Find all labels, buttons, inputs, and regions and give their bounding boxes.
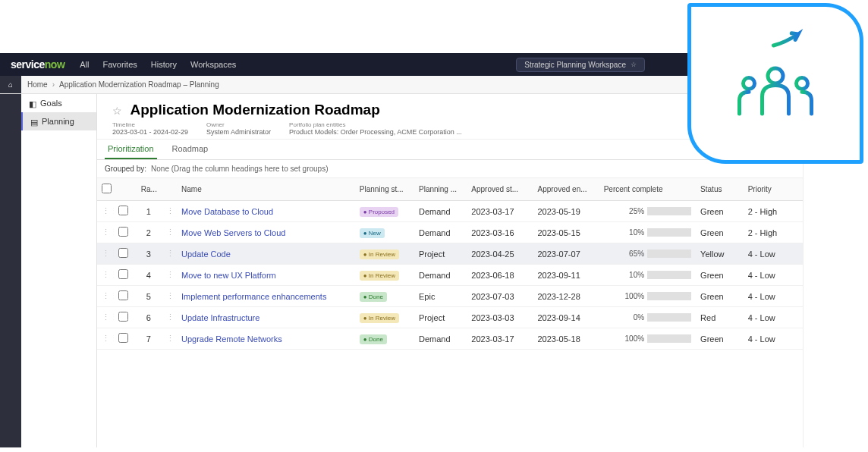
- drag-handle-icon[interactable]: ⋮⋮: [102, 312, 114, 322]
- column-header[interactable]: Priority: [744, 178, 803, 201]
- tab-roadmap[interactable]: Roadmap: [169, 140, 212, 159]
- row-menu-icon[interactable]: ⋮: [166, 334, 175, 343]
- column-header[interactable]: [97, 178, 114, 201]
- table-row[interactable]: ⋮⋮7⋮Upgrade Remote Networks● DoneDemand2…: [97, 328, 803, 350]
- drag-handle-icon[interactable]: ⋮⋮: [102, 334, 114, 343]
- breadcrumb-home[interactable]: Home: [21, 80, 48, 89]
- rank-cell: 6: [131, 307, 162, 328]
- row-checkbox[interactable]: [118, 312, 128, 322]
- row-menu-icon[interactable]: ⋮: [166, 206, 175, 215]
- progress-bar: [647, 228, 691, 237]
- drag-handle-icon[interactable]: ⋮⋮: [102, 291, 114, 300]
- type-cell: Demand: [414, 201, 467, 222]
- sidebar-item-planning[interactable]: ▤ Planning: [21, 112, 96, 130]
- nav-history[interactable]: History: [151, 60, 177, 69]
- favorite-toggle-icon[interactable]: ☆: [112, 105, 127, 117]
- nav-all[interactable]: All: [80, 60, 89, 69]
- end-cell: 2023-05-15: [533, 222, 599, 243]
- priority-cell: 2 - High: [744, 222, 803, 243]
- percent-label: 10%: [629, 271, 644, 279]
- people-chart-icon: [719, 27, 832, 140]
- row-menu-icon[interactable]: ⋮: [166, 291, 175, 300]
- drag-handle-icon[interactable]: ⋮⋮: [102, 228, 114, 237]
- start-cell: 2023-06-18: [467, 265, 533, 286]
- sidebar-item-goals[interactable]: ◧ Goals: [21, 94, 96, 112]
- column-header[interactable]: Planning st...: [355, 178, 414, 201]
- table-row[interactable]: ⋮⋮1⋮Move Database to Cloud● ProposedDema…: [97, 201, 803, 222]
- row-menu-icon[interactable]: ⋮: [166, 228, 175, 237]
- breadcrumb-current: Application Modernization Roadmap – Plan…: [59, 80, 219, 89]
- type-cell: Epic: [414, 286, 467, 307]
- progress-bar: [647, 334, 691, 343]
- type-cell: Demand: [414, 222, 467, 243]
- type-cell: Project: [414, 307, 467, 328]
- item-name-link[interactable]: Move Database to Cloud: [181, 207, 273, 216]
- status-cell: Green: [696, 328, 744, 350]
- rank-cell: 4: [131, 265, 162, 286]
- rank-cell: 7: [131, 328, 162, 350]
- column-header[interactable]: Planning ...: [414, 178, 467, 201]
- status-cell: Red: [696, 307, 744, 328]
- table-row[interactable]: ⋮⋮5⋮Implement performance enhancements● …: [97, 286, 803, 307]
- progress-bar: [647, 292, 691, 300]
- column-header[interactable]: Approved st...: [467, 178, 533, 201]
- column-header[interactable]: Status: [696, 178, 744, 201]
- row-checkbox[interactable]: [118, 333, 128, 343]
- rank-cell: 2: [131, 222, 162, 243]
- item-name-link[interactable]: Move to new UX Platform: [181, 271, 276, 280]
- rank-cell: 3: [131, 243, 162, 265]
- table-row[interactable]: ⋮⋮3⋮Update Code● In ReviewProject2023-04…: [97, 243, 803, 265]
- percent-label: 0%: [634, 313, 644, 322]
- nav-workspaces[interactable]: Workspaces: [190, 60, 236, 69]
- left-rail: [0, 94, 21, 447]
- page-title: Application Modernization Roadmap: [130, 102, 379, 118]
- percent-label: 10%: [629, 228, 644, 237]
- workspace-pill[interactable]: Strategic Planning Workspace ☆: [516, 58, 645, 72]
- nav-favorites[interactable]: Favorites: [103, 60, 137, 69]
- item-name-link[interactable]: Implement performance enhancements: [181, 292, 326, 301]
- progress-bar: [647, 250, 691, 258]
- item-name-link[interactable]: Upgrade Remote Networks: [181, 334, 282, 344]
- column-header[interactable]: [114, 178, 131, 201]
- row-menu-icon[interactable]: ⋮: [166, 249, 175, 258]
- item-name-link[interactable]: Move Web Servers to Cloud: [181, 228, 285, 237]
- row-checkbox[interactable]: [118, 248, 128, 258]
- start-cell: 2023-03-03: [467, 307, 533, 328]
- end-cell: 2023-05-18: [533, 328, 599, 350]
- table-row[interactable]: ⋮⋮4⋮Move to new UX Platform● In ReviewDe…: [97, 265, 803, 286]
- select-all-checkbox[interactable]: [102, 184, 112, 193]
- progress-bar: [647, 271, 691, 279]
- percent-label: 25%: [629, 207, 644, 215]
- column-header[interactable]: Name: [177, 178, 355, 201]
- status-cell: Green: [696, 286, 744, 307]
- drag-handle-icon[interactable]: ⋮⋮: [102, 270, 114, 279]
- home-rail-icon[interactable]: ⌂: [0, 76, 21, 93]
- tab-prioritization[interactable]: Prioritization: [105, 140, 157, 159]
- item-name-link[interactable]: Update Code: [181, 250, 231, 259]
- column-header[interactable]: [162, 178, 177, 201]
- priority-cell: 4 - Low: [744, 243, 803, 265]
- priority-cell: 4 - Low: [744, 265, 803, 286]
- row-checkbox[interactable]: [118, 269, 128, 279]
- row-menu-icon[interactable]: ⋮: [166, 270, 175, 279]
- start-cell: 2023-07-03: [467, 286, 533, 307]
- drag-handle-icon[interactable]: ⋮⋮: [102, 249, 114, 258]
- column-header[interactable]: Percent complete: [599, 178, 696, 201]
- row-checkbox[interactable]: [118, 227, 128, 237]
- progress-bar: [647, 207, 691, 215]
- row-checkbox[interactable]: [118, 206, 128, 215]
- column-header[interactable]: Ra...: [131, 178, 162, 201]
- column-header[interactable]: Approved en...: [533, 178, 599, 201]
- row-checkbox[interactable]: [118, 290, 128, 300]
- status-cell: Green: [696, 222, 744, 243]
- item-name-link[interactable]: Update Infrastructure: [181, 313, 259, 322]
- star-icon[interactable]: ☆: [631, 61, 637, 68]
- drag-handle-icon[interactable]: ⋮⋮: [102, 206, 114, 215]
- table-row[interactable]: ⋮⋮6⋮Update Infrastructure● In ReviewProj…: [97, 307, 803, 328]
- progress-bar: [647, 313, 691, 322]
- row-menu-icon[interactable]: ⋮: [166, 312, 175, 322]
- rank-cell: 5: [131, 286, 162, 307]
- table-row[interactable]: ⋮⋮2⋮Move Web Servers to Cloud● NewDemand…: [97, 222, 803, 243]
- group-bar[interactable]: Grouped by:None (Drag the column heading…: [97, 160, 803, 178]
- priority-cell: 4 - Low: [744, 307, 803, 328]
